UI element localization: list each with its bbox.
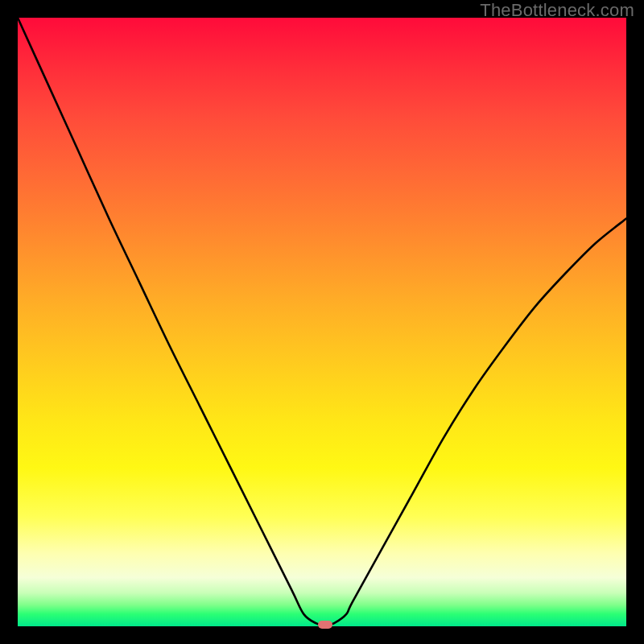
chart-plot-area (18, 18, 626, 626)
chart-frame: TheBottleneck.com (0, 0, 644, 644)
optimum-marker (318, 621, 332, 629)
curve-layer (18, 18, 626, 626)
